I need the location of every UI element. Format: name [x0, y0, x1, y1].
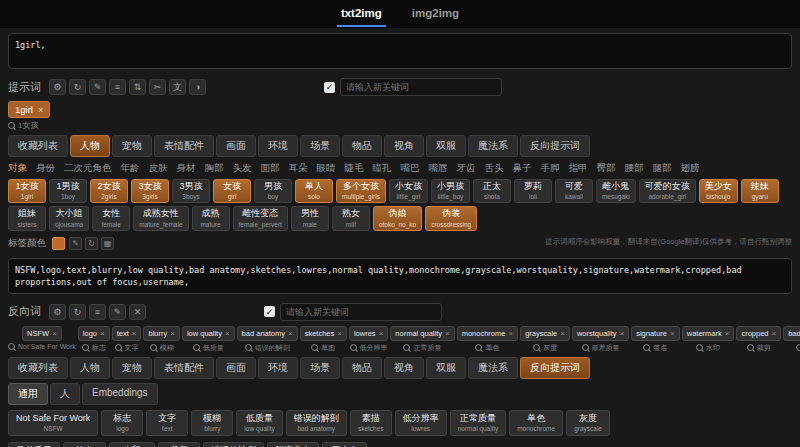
subcategory-link[interactable]: 年龄: [121, 162, 140, 175]
negative-tag-chip[interactable]: sketches ×: [300, 326, 347, 341]
category-tab[interactable]: 魔法系: [468, 135, 518, 157]
tag-button[interactable]: 男性 male: [291, 206, 329, 230]
tag-button[interactable]: 可爱的女孩 adorable_girl: [639, 179, 696, 203]
search-icon[interactable]: [8, 122, 15, 129]
negative-new-keyword-input[interactable]: [280, 303, 442, 321]
negative-tag-button[interactable]: 模糊 blurry: [191, 410, 233, 436]
remove-tag-icon[interactable]: ×: [670, 329, 675, 338]
negative-tag-chip[interactable]: lowres ×: [349, 326, 388, 341]
search-icon[interactable]: [115, 344, 122, 351]
tag-button[interactable]: 姐妹 sisters: [8, 206, 46, 230]
negative-tag-button[interactable]: Not Safe For Work NSFW: [8, 410, 98, 436]
tag-button[interactable]: 正太 shota: [473, 179, 511, 203]
subcategory-link[interactable]: 二次元角色: [64, 162, 112, 175]
negative-tag-button[interactable]: 错误的解剖 bad anatomy: [286, 410, 347, 436]
negative-tag-button[interactable]: 低质量 low quality: [236, 410, 282, 436]
color-tool-button[interactable]: ▦: [101, 237, 114, 250]
negative-toolbar-icon-button[interactable]: ✕: [129, 304, 146, 320]
remove-tag-icon[interactable]: ×: [170, 329, 175, 338]
negative-tag-chip[interactable]: logo ×: [78, 326, 110, 341]
negative-toolbar-icon-button[interactable]: ✎: [109, 304, 126, 320]
subcategory-link[interactable]: 臀部: [597, 162, 616, 175]
negative-tag-chip[interactable]: bad proportions ×: [783, 326, 800, 341]
search-icon[interactable]: [475, 344, 482, 351]
prompt-toolbar-icon-button[interactable]: ≡: [109, 79, 126, 95]
category-tab[interactable]: 收藏列表: [8, 357, 68, 379]
search-icon[interactable]: [82, 344, 89, 351]
category-tab[interactable]: 物品: [342, 135, 382, 157]
negative-tag-button[interactable]: 最差质量 worstquality: [8, 442, 60, 447]
negative-tag-chip[interactable]: normal quality ×: [390, 326, 454, 341]
tag-button[interactable]: 男孩 boy: [254, 179, 292, 203]
search-icon[interactable]: [696, 344, 703, 351]
remove-tag-icon[interactable]: ×: [52, 329, 57, 338]
negative-tag-button[interactable]: 单色 monochrome: [509, 410, 563, 436]
subcategory-link[interactable]: 舌头: [485, 162, 504, 175]
negative-subtab[interactable]: 人: [50, 383, 80, 405]
tag-button[interactable]: 1女孩 1girl: [8, 179, 46, 203]
negative-tag-chip[interactable]: grayscale ×: [520, 326, 570, 341]
subcategory-link[interactable]: 腰部: [625, 162, 644, 175]
remove-tag-icon[interactable]: ×: [337, 329, 342, 338]
category-tab[interactable]: 双服: [426, 357, 466, 379]
prompt-toolbar-icon-button[interactable]: ✂: [149, 79, 166, 95]
negative-toolbar-icon-button[interactable]: ↻: [69, 304, 86, 320]
category-tab[interactable]: 物品: [342, 357, 382, 379]
negative-tag-button[interactable]: 灰度 grayscale: [566, 410, 610, 436]
tag-button[interactable]: 美少女 bishoujo: [699, 179, 738, 203]
negative-toolbar-icon-button[interactable]: ⚙: [49, 304, 66, 320]
search-icon[interactable]: [533, 344, 540, 351]
category-tab[interactable]: 视角: [384, 135, 424, 157]
remove-tag-icon[interactable]: ×: [379, 329, 384, 338]
category-tab[interactable]: 表情配件: [154, 357, 214, 379]
negative-tag-chip[interactable]: text ×: [112, 326, 142, 341]
subcategory-link[interactable]: 腿部: [653, 162, 672, 175]
tag-button[interactable]: 辣妹 gyaru: [741, 179, 779, 203]
remove-tag-icon[interactable]: ×: [620, 329, 625, 338]
negative-tag-button[interactable]: 水印 watermark: [109, 442, 155, 447]
negative-tag-button[interactable]: 错误的比例 bad proportions: [203, 442, 264, 447]
remove-tag-icon[interactable]: ×: [725, 329, 730, 338]
tag-button[interactable]: 大小姐 ojousama: [49, 206, 89, 230]
prompt-textarea[interactable]: 1girl,: [8, 33, 792, 69]
negative-keyword-checkbox[interactable]: ✓: [264, 306, 275, 317]
prompt-toolbar-icon-button[interactable]: ↻: [69, 79, 86, 95]
tag-button[interactable]: 3女孩 3girls: [131, 179, 169, 203]
search-icon[interactable]: [8, 343, 15, 350]
subcategory-link[interactable]: 头发: [233, 162, 252, 175]
search-icon[interactable]: [350, 344, 357, 351]
category-tab[interactable]: 场景: [300, 135, 340, 157]
prompt-toolbar-icon-button[interactable]: 文: [169, 79, 186, 95]
subcategory-link[interactable]: 身份: [36, 162, 55, 175]
negative-tag-chip[interactable]: monochrome ×: [457, 326, 518, 341]
subcategory-link[interactable]: 耳朵: [289, 162, 308, 175]
category-tab[interactable]: 宠物: [112, 135, 152, 157]
remove-tag-icon[interactable]: ×: [288, 329, 293, 338]
subcategory-link[interactable]: 鼻子: [513, 162, 532, 175]
tag-button[interactable]: 伪装 crossdressing: [425, 206, 477, 230]
negative-tag-button[interactable]: 脱离焦点 out of focus: [267, 442, 319, 447]
remove-tag-icon[interactable]: ×: [132, 329, 137, 338]
search-icon[interactable]: [796, 344, 800, 351]
tag-button[interactable]: 成熟 mature: [192, 206, 230, 230]
subcategory-link[interactable]: 皮肤: [149, 162, 168, 175]
category-tab[interactable]: 宠物: [112, 357, 152, 379]
category-tab[interactable]: 环境: [258, 357, 298, 379]
remove-tag-icon[interactable]: ×: [560, 329, 565, 338]
tag-button[interactable]: 女孩 girl: [213, 179, 251, 203]
category-tab[interactable]: 魔法系: [468, 357, 518, 379]
negative-toolbar-icon-button[interactable]: ≡: [89, 304, 106, 320]
search-icon[interactable]: [582, 344, 589, 351]
keyword-checkbox[interactable]: ✓: [324, 82, 335, 93]
negative-tag-chip[interactable]: signature ×: [631, 326, 680, 341]
prompt-toolbar-icon-button[interactable]: ✎: [89, 79, 106, 95]
subcategory-link[interactable]: 牙齿: [457, 162, 476, 175]
negative-tag-chip[interactable]: blurry ×: [143, 326, 179, 341]
negative-tag-button[interactable]: 标志 logo: [101, 410, 143, 436]
prompt-toolbar-icon-button[interactable]: ◑: [189, 79, 206, 95]
tag-button[interactable]: 女性 female: [92, 206, 130, 230]
subcategory-link[interactable]: 对象: [8, 162, 27, 175]
mode-tab[interactable]: img2img: [408, 0, 463, 27]
negative-subtab[interactable]: Embeddings: [82, 383, 158, 405]
negative-tag-chip[interactable]: cropped ×: [736, 326, 781, 341]
